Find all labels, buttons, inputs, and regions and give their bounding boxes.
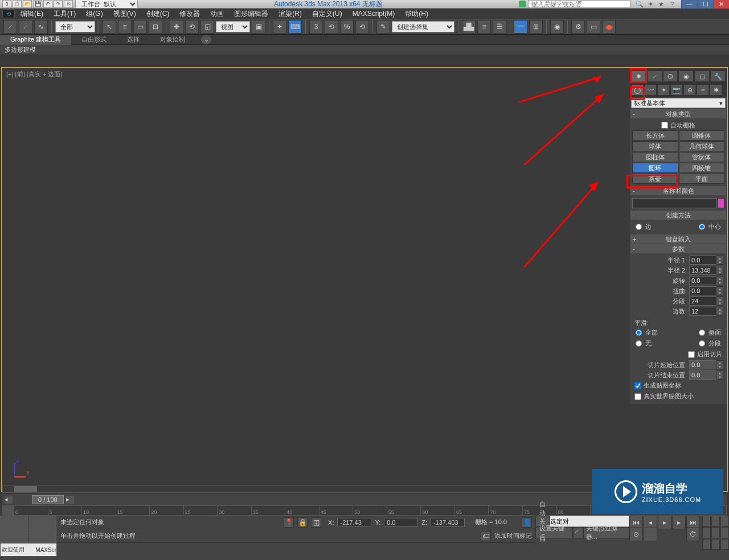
slice-from-spinner[interactable]: ▲▼ xyxy=(716,360,723,369)
twist-input[interactable] xyxy=(689,286,716,295)
percent-snap-icon[interactable]: % xyxy=(340,20,354,34)
trackbar-toggle-icon[interactable] xyxy=(3,506,14,515)
rollout-header-name-color[interactable]: -名称和颜色 xyxy=(630,186,726,195)
menu-animation[interactable]: 动画 xyxy=(206,9,228,19)
community-icon[interactable]: ✦ xyxy=(646,0,655,8)
lights-icon[interactable]: ✦ xyxy=(657,84,670,96)
key-mode-icon[interactable]: ⟋ xyxy=(573,527,583,538)
obj-teapot[interactable]: 茶壶 xyxy=(632,174,678,184)
exchange-icon[interactable]: ★ xyxy=(657,0,666,8)
smooth-sides-radio[interactable] xyxy=(699,330,705,336)
rollout-header-object-type[interactable]: -对象类型 xyxy=(630,109,726,118)
smooth-segs-radio[interactable] xyxy=(699,340,705,347)
new-icon[interactable]: □ xyxy=(13,0,22,8)
menu-graph[interactable]: 图形编辑器 xyxy=(230,9,273,19)
radius1-spinner[interactable]: ▲▼ xyxy=(716,256,723,265)
ribbon-tab-paint[interactable]: 对象绘制 xyxy=(150,35,195,45)
slice-to-input[interactable] xyxy=(689,370,716,380)
create-center-radio[interactable] xyxy=(699,224,705,230)
time-slider-handle[interactable]: 0 / 100 xyxy=(32,495,64,504)
helpers-icon[interactable]: ⊕ xyxy=(683,84,696,96)
app-logo-icon[interactable]: ⟲ xyxy=(2,9,15,18)
move-icon[interactable]: ✥ xyxy=(170,20,183,34)
selection-lock-icon[interactable]: 🔒 xyxy=(297,517,308,528)
obj-pyramid[interactable]: 四棱锥 xyxy=(679,163,725,173)
named-sel-edit-icon[interactable]: ✎ xyxy=(376,20,390,34)
gen-map-checkbox[interactable] xyxy=(634,382,641,389)
color-swatch[interactable] xyxy=(718,198,724,208)
layer-icon[interactable]: ☰ xyxy=(493,20,506,34)
radius2-input[interactable] xyxy=(689,266,716,275)
menu-customize[interactable]: 自定义(U) xyxy=(308,9,347,19)
menu-edit[interactable]: 编辑(E) xyxy=(16,9,48,19)
pivot-icon[interactable]: ▣ xyxy=(252,20,265,34)
named-selection-set[interactable]: 创建选择集 xyxy=(392,21,454,32)
hierarchy-tab-icon[interactable]: ⌬ xyxy=(663,71,678,82)
rollout-header-keyboard[interactable]: +键盘输入 xyxy=(630,234,726,244)
obj-cone[interactable]: 圆锥体 xyxy=(679,130,725,141)
ribbon-tab-selection[interactable]: 选择 xyxy=(117,35,150,45)
segments-input[interactable] xyxy=(689,297,716,306)
setkey-button[interactable]: 设置关键点 xyxy=(535,527,573,538)
sides-input[interactable] xyxy=(689,307,716,316)
zoom-region-icon[interactable] xyxy=(711,539,720,550)
mirror-icon[interactable]: ▟▙ xyxy=(462,20,476,34)
walk-icon[interactable] xyxy=(702,539,711,550)
cameras-icon[interactable]: 📷 xyxy=(670,84,683,96)
render-icon[interactable]: 🫖 xyxy=(602,20,616,34)
ribbon-tab-freeform[interactable]: 自由形式 xyxy=(71,35,117,45)
slice-from-input[interactable] xyxy=(689,360,716,369)
rollout-header-params[interactable]: -参数 xyxy=(630,244,726,253)
menu-rendering[interactable]: 渲染(R) xyxy=(274,9,306,19)
menu-modifiers[interactable]: 修改器 xyxy=(175,9,204,19)
geometry-category-dropdown[interactable]: 标准基本体▾ xyxy=(631,98,726,108)
open-icon[interactable]: 📂 xyxy=(23,0,32,8)
rotation-spinner[interactable]: ▲▼ xyxy=(716,276,723,285)
menu-group[interactable]: 组(G) xyxy=(81,9,107,19)
motion-tab-icon[interactable]: ◉ xyxy=(678,71,694,82)
object-name-input[interactable] xyxy=(632,198,716,208)
utilities-tab-icon[interactable]: 🔧 xyxy=(710,71,726,82)
selection-filter[interactable]: 全部 xyxy=(55,21,95,32)
smooth-none-radio[interactable] xyxy=(636,340,642,347)
radius2-spinner[interactable]: ▲▼ xyxy=(716,266,723,275)
coord-z-input[interactable] xyxy=(431,518,465,527)
comm-center-icon[interactable]: 👤 xyxy=(522,517,532,528)
menu-tools[interactable]: 工具(T) xyxy=(49,9,80,19)
autogrid-checkbox[interactable] xyxy=(661,122,668,129)
close-button[interactable]: ✕ xyxy=(713,0,729,9)
menu-views[interactable]: 视图(V) xyxy=(109,9,141,19)
rotate-icon[interactable]: ⟲ xyxy=(185,20,199,34)
workspace-selector[interactable]: 工作台: 默认 xyxy=(75,0,138,9)
binocular-icon[interactable]: 🔍 xyxy=(635,0,644,8)
sb-icon-2[interactable] xyxy=(28,516,56,529)
window-crossing-icon[interactable]: ⊡ xyxy=(149,20,162,34)
time-config-input[interactable] xyxy=(644,528,657,541)
obj-plane[interactable]: 平面 xyxy=(679,174,725,184)
coord-y-input[interactable] xyxy=(384,518,418,527)
time-tag-icon[interactable]: 🏷 xyxy=(481,531,491,541)
unlink-tool-icon[interactable]: ⟋ xyxy=(19,20,32,34)
help-icon[interactable]: ? xyxy=(667,0,677,8)
coord-x-input[interactable] xyxy=(337,518,371,527)
help-arrow-icon[interactable] xyxy=(519,1,526,7)
select-icon[interactable]: ↖ xyxy=(103,20,116,34)
link-icon[interactable]: ⎘ xyxy=(64,0,73,8)
render-frame-icon[interactable]: ▭ xyxy=(587,20,600,34)
systems-icon[interactable]: ✱ xyxy=(710,84,722,96)
minimize-button[interactable]: — xyxy=(681,0,697,9)
time-config-icon[interactable]: ⏱ xyxy=(686,528,700,541)
fov-icon[interactable] xyxy=(702,527,711,538)
add-time-tag[interactable]: 添加时间标记 xyxy=(494,532,532,540)
real-world-checkbox[interactable] xyxy=(634,393,641,400)
create-tab-icon[interactable]: ✹ xyxy=(631,71,646,82)
slice-to-spinner[interactable]: ▲▼ xyxy=(716,370,723,380)
search-input[interactable] xyxy=(528,0,630,8)
select-name-icon[interactable]: ≡ xyxy=(118,20,132,34)
obj-cylinder[interactable]: 圆柱体 xyxy=(632,152,678,162)
obj-geosphere[interactable]: 几何球体 xyxy=(679,141,725,151)
display-tab-icon[interactable]: ▢ xyxy=(694,71,710,82)
material-editor-icon[interactable]: ◉ xyxy=(550,20,564,34)
angle-snap-icon[interactable]: ⟲ xyxy=(325,20,338,34)
maxscr-label[interactable]: MAXScr xyxy=(35,543,56,556)
